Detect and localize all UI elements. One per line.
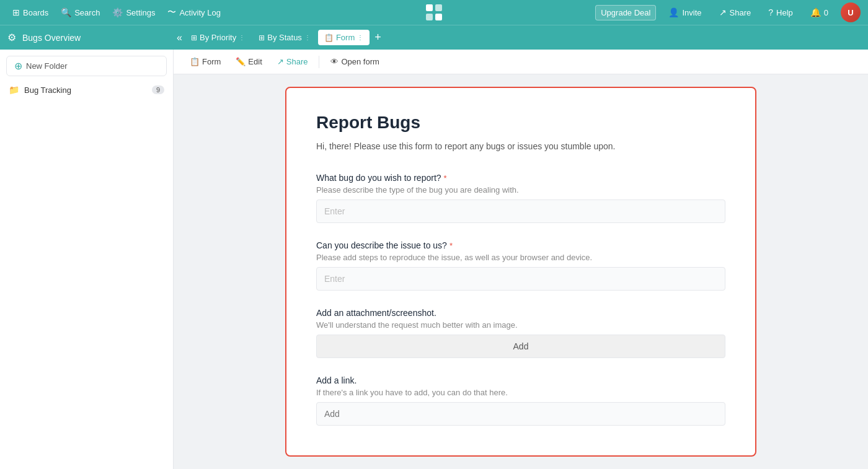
form-title: Report Bugs xyxy=(316,113,725,133)
field-attachment-label-text: Add an attachment/screenshot. xyxy=(316,308,436,318)
sidebar-item-bug-tracking[interactable]: 📁 Bug Tracking 9 xyxy=(0,81,173,99)
search-button[interactable]: 🔍 Search xyxy=(56,5,105,20)
help-icon: ? xyxy=(768,7,773,17)
required-star-1: * xyxy=(444,173,447,183)
by-status-more-icon: ⋮ xyxy=(304,34,311,41)
by-status-label: By Status xyxy=(267,33,302,42)
boards-label: Boards xyxy=(23,8,48,17)
form-subtitle: Hi, there! Please use this form to repor… xyxy=(316,140,725,153)
upgrade-deal-button[interactable]: Upgrade Deal xyxy=(595,5,656,20)
upgrade-deal-label: Upgrade Deal xyxy=(601,8,650,17)
field-link: Add a link. If there's a link you have t… xyxy=(316,375,725,426)
activity-log-label: Activity Log xyxy=(179,8,220,17)
eye-icon: 👁 xyxy=(330,57,339,66)
new-folder-button[interactable]: ⊕ New Folder xyxy=(6,56,167,76)
edit-icon: ✏️ xyxy=(236,57,246,66)
share-toolbar-icon: ↗ xyxy=(277,57,284,66)
by-priority-more-icon: ⋮ xyxy=(239,34,245,41)
svg-rect-3 xyxy=(435,14,442,20)
table2-icon: ⊞ xyxy=(259,33,265,42)
avatar[interactable]: U xyxy=(841,2,861,22)
activity-log-button[interactable]: 〜 Activity Log xyxy=(162,4,225,20)
svg-rect-0 xyxy=(426,4,433,11)
svg-rect-2 xyxy=(426,14,433,20)
bell-icon: 🔔 xyxy=(810,7,821,17)
form-tab-label: Form xyxy=(336,33,355,42)
help-button[interactable]: ? Help xyxy=(763,5,798,20)
plus-icon: ⊕ xyxy=(14,60,22,72)
toolbar-share-label: Share xyxy=(286,57,308,66)
sidebar: ⊕ New Folder 📁 Bug Tracking 9 xyxy=(0,50,174,469)
field-bug-label: What bug do you wish to report? * xyxy=(316,173,725,183)
sub-nav-tabs: ⊞ By Priority ⋮ ⊞ By Status ⋮ 📋 Form ⋮ + xyxy=(185,30,863,45)
new-folder-label: New Folder xyxy=(26,61,67,71)
sub-nav-left: ⚙ Bugs Overview « xyxy=(5,29,185,46)
field-link-label: Add a link. xyxy=(316,375,725,385)
field-describe-label: Can you describe the issue to us? * xyxy=(316,240,725,250)
sidebar-item-badge: 9 xyxy=(152,85,164,94)
field-describe-issue: Can you describe the issue to us? * Plea… xyxy=(316,240,725,291)
toolbar-share-button[interactable]: ↗ Share xyxy=(271,54,314,69)
form-scroll-area: Report Bugs Hi, there! Please use this f… xyxy=(174,74,868,469)
invite-label: Invite xyxy=(682,8,701,17)
toolbar-open-form-label: Open form xyxy=(341,57,379,66)
folder-icon: 📁 xyxy=(9,85,19,95)
content-area: 📋 Form ✏️ Edit ↗ Share 👁 Open form Repor… xyxy=(174,50,868,469)
boards-icon: ⊞ xyxy=(12,7,20,17)
invite-icon: 👤 xyxy=(668,7,679,17)
add-tab-label: + xyxy=(374,31,381,43)
notifications-button[interactable]: 🔔 0 xyxy=(805,5,833,20)
form-icon: 📋 xyxy=(190,57,200,66)
top-nav: ⊞ Boards 🔍 Search ⚙️ Settings 〜 Activity… xyxy=(0,0,868,25)
toolbar-form-button[interactable]: 📋 Form xyxy=(184,54,227,69)
field-link-hint: If there's a link you have to add, you c… xyxy=(316,388,725,397)
field-bug-hint: Please describe the type of the bug you … xyxy=(316,185,725,195)
toolbar-divider xyxy=(319,56,319,68)
top-nav-left: ⊞ Boards 🔍 Search ⚙️ Settings 〜 Activity… xyxy=(7,4,226,20)
svg-rect-1 xyxy=(435,4,442,11)
search-label: Search xyxy=(74,8,100,17)
field-link-input[interactable] xyxy=(316,402,725,426)
table-icon: ⊞ xyxy=(191,33,197,42)
invite-button[interactable]: 👤 Invite xyxy=(663,5,706,20)
form-more-icon: ⋮ xyxy=(357,34,363,41)
toolbar-open-form-button[interactable]: 👁 Open form xyxy=(324,54,385,69)
help-label: Help xyxy=(776,8,793,17)
attachment-add-label: Add xyxy=(513,341,529,351)
activity-icon: 〜 xyxy=(167,7,176,18)
view-settings-icon[interactable]: ⚙ xyxy=(5,29,19,46)
top-nav-right: Upgrade Deal 👤 Invite ↗ Share ? Help 🔔 0… xyxy=(595,2,861,22)
toolbar-edit-button[interactable]: ✏️ Edit xyxy=(229,54,268,69)
field-describe-input[interactable] xyxy=(316,267,725,291)
field-bug-report: What bug do you wish to report? * Please… xyxy=(316,173,725,223)
search-icon: 🔍 xyxy=(61,7,71,17)
field-link-label-text: Add a link. xyxy=(316,375,356,385)
by-priority-label: By Priority xyxy=(200,33,236,42)
settings-label: Settings xyxy=(126,8,155,17)
boards-button[interactable]: ⊞ Boards xyxy=(7,5,53,20)
field-describe-hint: Please add steps to reproduce the issue,… xyxy=(316,253,725,262)
notification-count: 0 xyxy=(824,8,828,17)
field-attachment-add-button[interactable]: Add xyxy=(316,335,725,358)
share-button[interactable]: ↗ Share xyxy=(714,5,756,20)
add-tab-button[interactable]: + xyxy=(371,30,385,45)
sidebar-item-label: Bug Tracking xyxy=(24,85,71,95)
settings-icon: ⚙️ xyxy=(112,7,123,17)
sub-nav: ⚙ Bugs Overview « ⊞ By Priority ⋮ ⊞ By S… xyxy=(0,25,868,50)
tab-by-status[interactable]: ⊞ By Status ⋮ xyxy=(252,30,317,45)
tab-by-priority[interactable]: ⊞ By Priority ⋮ xyxy=(185,30,251,45)
tab-form[interactable]: 📋 Form ⋮ xyxy=(318,30,370,45)
main-layout: ⊕ New Folder 📁 Bug Tracking 9 📋 Form ✏️ … xyxy=(0,50,868,469)
logo-icon xyxy=(425,3,443,22)
field-describe-label-text: Can you describe the issue to us? xyxy=(316,240,447,250)
field-attachment-hint: We'll understand the request much better… xyxy=(316,320,725,330)
field-bug-input[interactable] xyxy=(316,199,725,223)
field-bug-label-text: What bug do you wish to report? xyxy=(316,173,441,183)
logo xyxy=(425,3,443,22)
share-icon: ↗ xyxy=(719,7,727,17)
field-attachment-label: Add an attachment/screenshot. xyxy=(316,308,725,318)
field-attachment: Add an attachment/screenshot. We'll unde… xyxy=(316,308,725,358)
settings-button[interactable]: ⚙️ Settings xyxy=(107,5,160,20)
avatar-image: U xyxy=(841,2,861,22)
breadcrumb-collapse-button[interactable]: « xyxy=(174,31,185,45)
